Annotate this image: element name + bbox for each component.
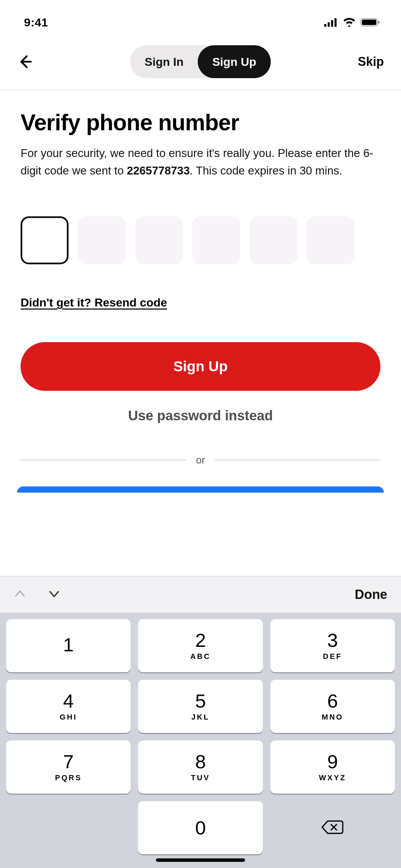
key-1[interactable]: 1 xyxy=(6,619,131,672)
code-input-2[interactable] xyxy=(78,216,126,264)
use-password-link[interactable]: Use password instead xyxy=(21,408,380,423)
home-indicator[interactable] xyxy=(156,858,245,862)
code-input-1[interactable] xyxy=(21,216,69,264)
or-divider: or xyxy=(21,454,380,466)
key-6[interactable]: 6MNO xyxy=(270,680,395,733)
key-0[interactable]: 0 xyxy=(138,801,263,854)
nav-bar: Sign In Sign Up Skip xyxy=(0,45,401,89)
svg-rect-3 xyxy=(335,18,337,27)
cellular-icon xyxy=(324,18,338,27)
auth-tabs: Sign In Sign Up xyxy=(130,45,271,78)
back-arrow-icon[interactable] xyxy=(17,53,34,70)
keypad: 1 2ABC 3DEF 4GHI 5JKL 6MNO 7PQRS 8TUV 9W… xyxy=(0,613,401,868)
keyboard: Done 1 2ABC 3DEF 4GHI 5JKL 6MNO 7PQRS 8T… xyxy=(0,576,401,868)
wifi-icon xyxy=(343,18,356,27)
svg-rect-6 xyxy=(378,21,379,24)
code-inputs xyxy=(21,216,380,264)
code-input-6[interactable] xyxy=(307,216,355,264)
code-input-4[interactable] xyxy=(192,216,240,264)
page-title: Verify phone number xyxy=(21,109,380,135)
or-label: or xyxy=(196,454,205,466)
main-content: Verify phone number For your security, w… xyxy=(0,91,401,466)
key-8[interactable]: 8TUV xyxy=(138,740,263,794)
svg-rect-1 xyxy=(328,22,330,27)
signup-button[interactable]: Sign Up xyxy=(21,342,380,391)
key-3[interactable]: 3DEF xyxy=(270,619,395,672)
subtext-suffix: . This code expires in 30 mins. xyxy=(190,164,342,177)
facebook-button-peek[interactable] xyxy=(17,486,384,493)
svg-rect-2 xyxy=(331,20,333,27)
key-9[interactable]: 9WXYZ xyxy=(270,740,395,794)
svg-rect-0 xyxy=(324,24,326,27)
svg-rect-5 xyxy=(362,20,376,25)
keyboard-prev-icon[interactable] xyxy=(14,588,26,601)
keyboard-accessory: Done xyxy=(0,576,401,613)
tab-signin[interactable]: Sign In xyxy=(130,45,198,78)
keyboard-done-button[interactable]: Done xyxy=(355,587,387,602)
status-indicators xyxy=(324,18,380,27)
resend-link[interactable]: Didn't get it? Resend code xyxy=(21,296,380,309)
divider-line-right xyxy=(215,460,380,460)
status-time: 9:41 xyxy=(24,16,48,29)
divider-line-left xyxy=(21,460,186,460)
tab-signup[interactable]: Sign Up xyxy=(198,45,270,78)
keyboard-next-icon[interactable] xyxy=(48,588,60,601)
key-5[interactable]: 5JKL xyxy=(138,680,263,733)
key-2[interactable]: 2ABC xyxy=(138,619,263,672)
key-backspace[interactable] xyxy=(270,801,395,854)
key-7[interactable]: 7PQRS xyxy=(6,740,131,794)
subtext-phone: 2265778733 xyxy=(127,164,190,177)
key-blank xyxy=(6,801,131,854)
key-4[interactable]: 4GHI xyxy=(6,680,131,733)
page-subtext: For your security, we need to ensure it'… xyxy=(21,144,380,179)
code-input-5[interactable] xyxy=(250,216,297,264)
battery-icon xyxy=(361,18,380,27)
status-bar: 9:41 xyxy=(0,0,401,45)
code-input-3[interactable] xyxy=(135,216,183,264)
skip-button[interactable]: Skip xyxy=(358,55,384,69)
backspace-icon xyxy=(321,820,344,836)
